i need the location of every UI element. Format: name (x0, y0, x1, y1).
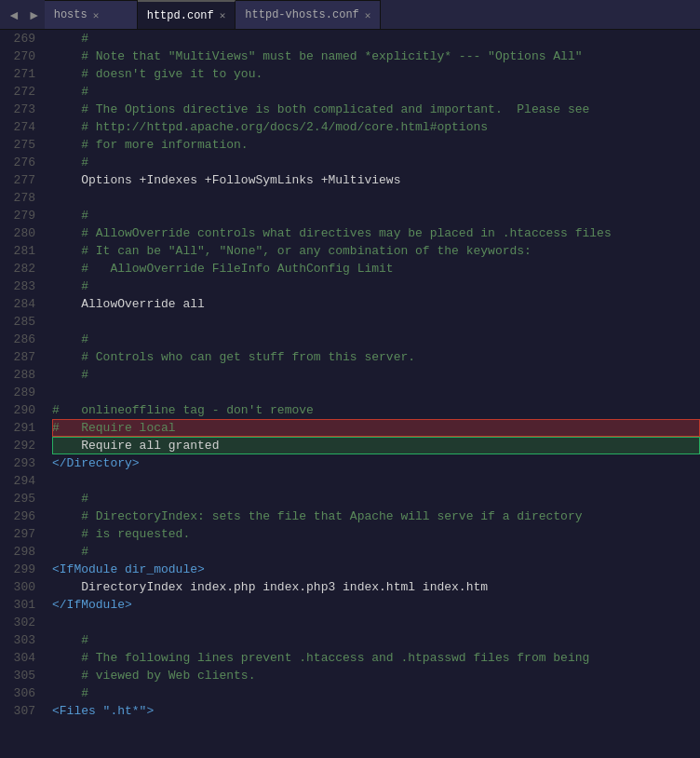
code-line: # The Options directive is both complica… (52, 101, 700, 118)
line-number: 290 (0, 401, 35, 419)
line-number: 287 (0, 348, 35, 366)
code-line: # (52, 277, 700, 295)
line-number: 293 (0, 454, 35, 472)
tab-bar: ◄ ► hosts✕httpd.conf✕httpd-vhosts.conf✕ (0, 0, 700, 30)
line-number: 300 (0, 578, 35, 596)
line-number: 278 (0, 189, 35, 207)
code-line: Options +Indexes +FollowSymLinks +Multiv… (52, 171, 700, 189)
line-number: 284 (0, 295, 35, 313)
line-number: 285 (0, 313, 35, 331)
code-line: # (52, 331, 700, 348)
line-number: 298 (0, 543, 35, 561)
code-line: # viewed by Web clients. (52, 667, 700, 684)
code-line: # is requested. (52, 525, 700, 543)
line-number: 307 (0, 702, 35, 720)
code-line: # (52, 366, 700, 384)
tab-httpd-conf[interactable]: httpd.conf✕ (138, 0, 236, 29)
line-number: 288 (0, 366, 35, 384)
code-line: # http://httpd.apache.org/docs/2.4/mod/c… (52, 118, 700, 136)
code-line: # AllowOverride controls what directives… (52, 224, 700, 242)
code-line: # Require local (52, 419, 700, 437)
code-line: # (52, 154, 700, 171)
tab-close-icon[interactable]: ✕ (365, 9, 371, 21)
line-number: 292 (0, 437, 35, 454)
code-line: # It can be "All", "None", or any combin… (52, 242, 700, 260)
line-number: 277 (0, 171, 35, 189)
line-number: 303 (0, 631, 35, 649)
editor-area: 2692702712722732742752762772782792802812… (0, 30, 700, 758)
code-line: # (52, 30, 700, 47)
code-area[interactable]: # # Note that "MultiViews" must be named… (43, 30, 700, 758)
code-line: # doesn't give it to you. (52, 65, 700, 83)
code-line: # (52, 631, 700, 649)
code-line: # for more information. (52, 136, 700, 154)
line-number: 275 (0, 136, 35, 154)
code-line: <IfModule dir_module> (52, 561, 700, 578)
line-number: 299 (0, 561, 35, 578)
line-number: 272 (0, 83, 35, 101)
code-line: AllowOverride all (52, 295, 700, 313)
line-number: 271 (0, 65, 35, 83)
line-number: 294 (0, 472, 35, 490)
line-number: 283 (0, 277, 35, 295)
line-number: 269 (0, 30, 35, 47)
code-line: </Directory> (52, 454, 700, 472)
line-number: 281 (0, 242, 35, 260)
nav-back-button[interactable]: ◄ (4, 0, 24, 29)
code-line (52, 614, 700, 631)
code-line (52, 313, 700, 331)
code-line: # (52, 684, 700, 702)
code-line: Require all granted (52, 437, 700, 454)
line-number: 306 (0, 684, 35, 702)
code-line: # AllowOverride FileInfo AuthConfig Limi… (52, 260, 700, 277)
code-line (52, 384, 700, 401)
tab-close-icon[interactable]: ✕ (93, 9, 100, 21)
code-line: # DirectoryIndex: sets the file that Apa… (52, 508, 700, 525)
line-number: 279 (0, 207, 35, 224)
code-line (52, 472, 700, 490)
line-number: 304 (0, 649, 35, 667)
line-number: 289 (0, 384, 35, 401)
line-number: 291 (0, 419, 35, 437)
nav-forward-button[interactable]: ► (24, 0, 45, 29)
code-line (52, 189, 700, 207)
line-number: 301 (0, 596, 35, 614)
line-number: 273 (0, 101, 35, 118)
code-line: # Controls who can get stuff from this s… (52, 348, 700, 366)
line-number: 282 (0, 260, 35, 277)
line-number: 274 (0, 118, 35, 136)
tab-httpd-vhosts-conf[interactable]: httpd-vhosts.conf✕ (236, 0, 381, 29)
code-line: # (52, 207, 700, 224)
line-number: 270 (0, 47, 35, 65)
line-number: 302 (0, 614, 35, 631)
code-line: # (52, 83, 700, 101)
code-line: DirectoryIndex index.php index.php3 inde… (52, 578, 700, 596)
line-number: 296 (0, 508, 35, 525)
line-number: 286 (0, 331, 35, 348)
code-line: # (52, 543, 700, 561)
line-numbers: 2692702712722732742752762772782792802812… (0, 30, 43, 758)
line-number: 280 (0, 224, 35, 242)
code-line: # The following lines prevent .htaccess … (52, 649, 700, 667)
line-number: 297 (0, 525, 35, 543)
code-line: <Files ".ht*"> (52, 702, 700, 720)
code-line: # onlineoffline tag - don't remove (52, 401, 700, 419)
code-line: </IfModule> (52, 596, 700, 614)
line-number: 295 (0, 490, 35, 508)
code-line: # (52, 490, 700, 508)
line-number: 305 (0, 667, 35, 684)
tab-hosts[interactable]: hosts✕ (45, 0, 138, 29)
code-line: # Note that "MultiViews" must be named *… (52, 47, 700, 65)
tab-close-icon[interactable]: ✕ (220, 9, 226, 21)
line-number: 276 (0, 154, 35, 171)
